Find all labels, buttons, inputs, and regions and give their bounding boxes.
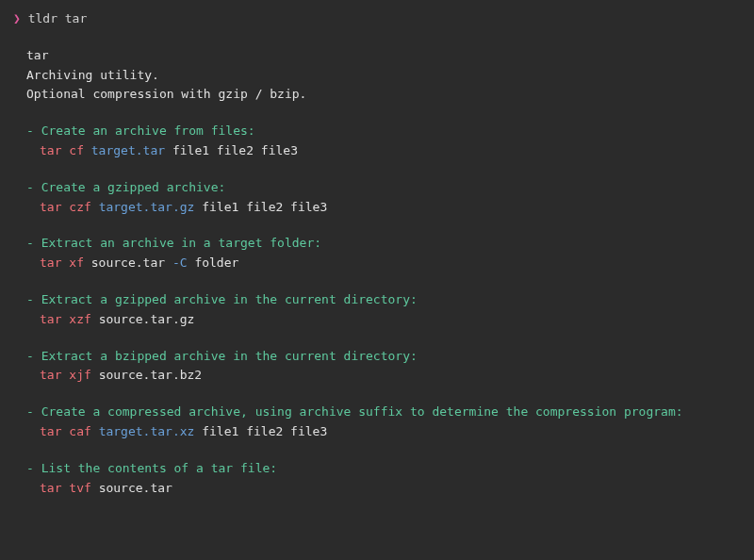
cmd-token: caf <box>69 424 90 438</box>
cmd-token: tar <box>40 143 61 157</box>
command-desc-1: Archiving utility. <box>26 66 741 86</box>
bullet-icon: - <box>26 236 34 250</box>
entry-description-line: - Extract an archive in a target folder: <box>26 234 741 254</box>
tldr-entry: - Extract a bzipped archive in the curre… <box>26 347 741 387</box>
entry-command: tar xf source.tar -C folder <box>40 254 741 273</box>
cmd-token: xf <box>69 255 84 270</box>
entry-command: tar cf target.tar file1 file2 file3 <box>40 141 741 161</box>
tldr-header: tar Archiving utility. Optional compress… <box>26 46 741 105</box>
entry-command: tar tvf source.tar <box>40 479 741 499</box>
entry-description-line: - List the contents of a tar file: <box>26 459 741 479</box>
entry-description-line: - Create a compressed archive, using arc… <box>26 403 741 422</box>
bullet-icon: - <box>26 180 34 194</box>
tldr-entry: - Extract an archive in a target folder:… <box>26 234 741 273</box>
tldr-entry: - Extract a gzipped archive in the curre… <box>26 290 741 330</box>
entry-description: Extract a gzipped archive in the current… <box>41 292 418 306</box>
cmd-token: tar <box>40 255 61 270</box>
prompt-symbol-icon: ❯ <box>13 11 21 25</box>
entry-description: Extract an archive in a target folder: <box>41 236 321 250</box>
cmd-token: file1 file2 file3 <box>202 424 327 438</box>
cmd-token: tar <box>40 312 61 326</box>
entry-description: Create a compressed archive, using archi… <box>41 404 683 419</box>
cmd-token: xzf <box>69 312 90 326</box>
cmd-token: tar <box>40 200 61 214</box>
cmd-token: tar <box>40 481 61 495</box>
tldr-entry: - List the contents of a tar file: tar t… <box>26 459 741 499</box>
entry-description-line: - Create a gzipped archive: <box>26 178 741 198</box>
tldr-entry: - Create a compressed archive, using arc… <box>26 403 741 442</box>
command-desc-2: Optional compression with gzip / bzip. <box>26 85 741 105</box>
cmd-token: cf <box>69 143 84 157</box>
entry-description: Create a gzipped archive: <box>41 180 226 194</box>
cmd-token: file1 file2 file3 <box>202 200 327 214</box>
entry-command: tar xzf source.tar.gz <box>40 310 741 330</box>
entry-description: List the contents of a tar file: <box>41 461 277 475</box>
cmd-token: source.tar.bz2 <box>99 368 203 382</box>
cmd-token: source.tar <box>99 481 172 495</box>
entry-command: tar caf target.tar.xz file1 file2 file3 <box>40 422 741 442</box>
cmd-token: target.tar <box>91 143 165 157</box>
prompt-line[interactable]: ❯ tldr tar <box>13 9 741 29</box>
bullet-icon: - <box>26 404 34 419</box>
cmd-token: xjf <box>69 368 90 382</box>
entry-command: tar czf target.tar.gz file1 file2 file3 <box>40 198 741 218</box>
entry-description-line: - Extract a bzipped archive in the curre… <box>26 347 741 367</box>
bullet-icon: - <box>26 349 34 363</box>
cmd-token: -C <box>172 255 188 270</box>
tldr-entry: - Create a gzipped archive: tar czf targ… <box>26 178 741 218</box>
cmd-token: folder <box>194 255 238 270</box>
entry-description: Create an archive from files: <box>41 124 255 138</box>
prompt-command: tldr tar <box>28 11 88 25</box>
bullet-icon: - <box>26 461 34 475</box>
cmd-token: target.tar.gz <box>99 200 195 214</box>
cmd-token: tar <box>40 424 61 438</box>
cmd-token: target.tar.xz <box>99 424 195 438</box>
entry-description-line: - Extract a gzipped archive in the curre… <box>26 290 741 310</box>
cmd-token: source.tar.gz <box>99 312 195 326</box>
bullet-icon: - <box>26 124 34 138</box>
cmd-token: source.tar <box>91 255 165 270</box>
cmd-token: czf <box>69 200 90 214</box>
entry-description: Extract a bzipped archive in the current… <box>41 349 418 363</box>
cmd-token: tar <box>40 368 61 382</box>
bullet-icon: - <box>26 292 34 306</box>
cmd-token: file1 file2 file3 <box>172 143 298 157</box>
cmd-token: tvf <box>69 481 90 495</box>
command-name: tar <box>26 46 741 66</box>
tldr-entry: - Create an archive from files: tar cf t… <box>26 122 741 161</box>
entry-description-line: - Create an archive from files: <box>26 122 741 141</box>
entry-command: tar xjf source.tar.bz2 <box>40 366 741 386</box>
